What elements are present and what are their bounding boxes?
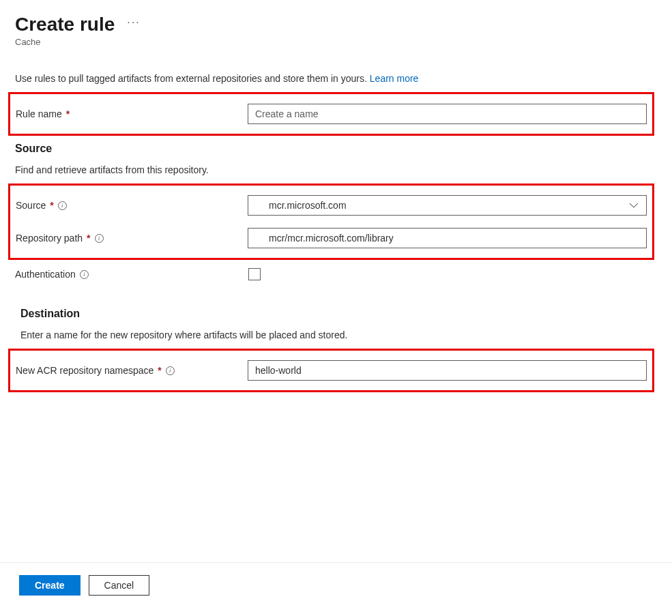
- repo-path-label: Repository path: [16, 233, 83, 244]
- source-description: Find and retrieve artifacts from this re…: [15, 164, 657, 175]
- source-highlight: Source * i mcr.microsoft.com Repository …: [8, 184, 654, 260]
- required-indicator: *: [87, 233, 90, 244]
- authentication-label: Authentication: [15, 269, 76, 280]
- page-subtitle: Cache: [15, 37, 657, 47]
- authentication-checkbox[interactable]: [248, 268, 261, 280]
- destination-highlight: New ACR repository namespace * i: [8, 349, 654, 392]
- source-label: Source: [16, 200, 46, 211]
- destination-heading: Destination: [20, 308, 657, 320]
- info-icon[interactable]: i: [80, 270, 89, 279]
- source-dropdown-value: mcr.microsoft.com: [248, 195, 647, 216]
- footer-bar: Create Cancel: [0, 562, 672, 596]
- rule-name-highlight: Rule name *: [8, 92, 654, 136]
- source-dropdown[interactable]: mcr.microsoft.com: [248, 195, 647, 216]
- rule-name-input[interactable]: [248, 104, 647, 124]
- page-title: Create rule: [15, 14, 115, 35]
- more-actions-icon[interactable]: ···: [127, 16, 140, 33]
- create-button[interactable]: Create: [19, 575, 81, 596]
- info-icon[interactable]: i: [58, 201, 67, 210]
- source-heading: Source: [15, 143, 657, 155]
- learn-more-link[interactable]: Learn more: [370, 73, 419, 84]
- repo-path-input[interactable]: [248, 228, 647, 248]
- info-icon[interactable]: i: [166, 366, 175, 375]
- intro-body: Use rules to pull tagged artifacts from …: [15, 73, 370, 84]
- required-indicator: *: [50, 200, 53, 211]
- required-indicator: *: [158, 365, 161, 376]
- cancel-button[interactable]: Cancel: [89, 575, 150, 596]
- namespace-input[interactable]: [248, 360, 647, 381]
- info-icon[interactable]: i: [95, 234, 104, 243]
- intro-text: Use rules to pull tagged artifacts from …: [15, 73, 657, 84]
- rule-name-label: Rule name: [16, 108, 62, 119]
- required-indicator: *: [66, 108, 70, 119]
- destination-description: Enter a name for the new repository wher…: [20, 329, 657, 340]
- namespace-label: New ACR repository namespace: [16, 365, 154, 376]
